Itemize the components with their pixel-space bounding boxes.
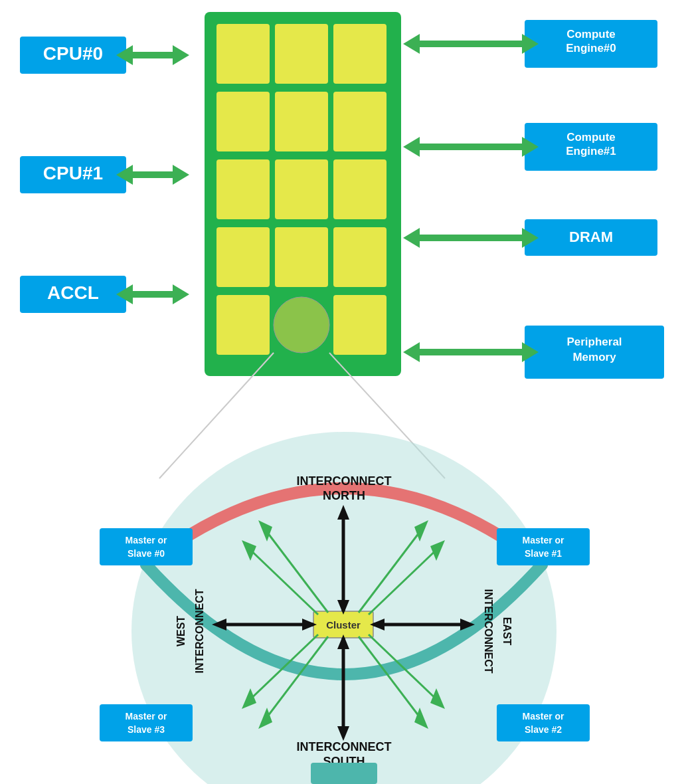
svg-marker-18 [116,45,189,65]
svg-line-80 [262,637,328,724]
zoom-circle [274,297,329,353]
interconnect-west-label [159,585,213,664]
svg-marker-81 [258,708,272,729]
master-slave-0-label [100,528,193,565]
svg-marker-69 [242,540,256,561]
master-slave-2-label [497,704,590,741]
svg-marker-71 [430,688,445,709]
svg-marker-35 [403,228,539,248]
svg-marker-75 [414,520,428,541]
master-slave-3-label [100,704,193,741]
svg-line-78 [359,637,425,724]
svg-line-70 [369,635,442,704]
accl-label [20,276,126,313]
interconnect-east-label [458,585,511,664]
svg-marker-79 [414,708,428,729]
svg-marker-32 [403,137,539,157]
svg-marker-58 [337,726,349,741]
svg-marker-67 [430,540,445,561]
svg-line-66 [369,545,442,615]
svg-line-68 [245,545,318,615]
compute-engine1-label [525,123,657,171]
svg-marker-64 [212,619,226,631]
master-slave-1-label [497,528,590,565]
compute-engine0-label [525,20,657,68]
svg-line-76 [262,525,328,613]
svg-marker-28 [403,34,539,54]
cpu1-label [20,156,126,193]
svg-marker-24 [116,284,189,304]
diagram-container: CPU#0 CPU#1 ACCL Compute Engine#0 Comput… [0,0,688,784]
svg-marker-77 [258,520,272,541]
peripheral-memory-label [525,326,664,379]
cluster-box [313,611,373,638]
dram-label [525,219,657,256]
svg-marker-39 [403,342,539,362]
svg-marker-21 [116,165,189,185]
cpu0-label [20,37,126,74]
interconnect-north-label [286,477,405,510]
interconnect-south-label [286,744,405,777]
svg-line-74 [359,525,425,613]
svg-line-72 [245,635,318,704]
svg-marker-73 [242,688,256,709]
